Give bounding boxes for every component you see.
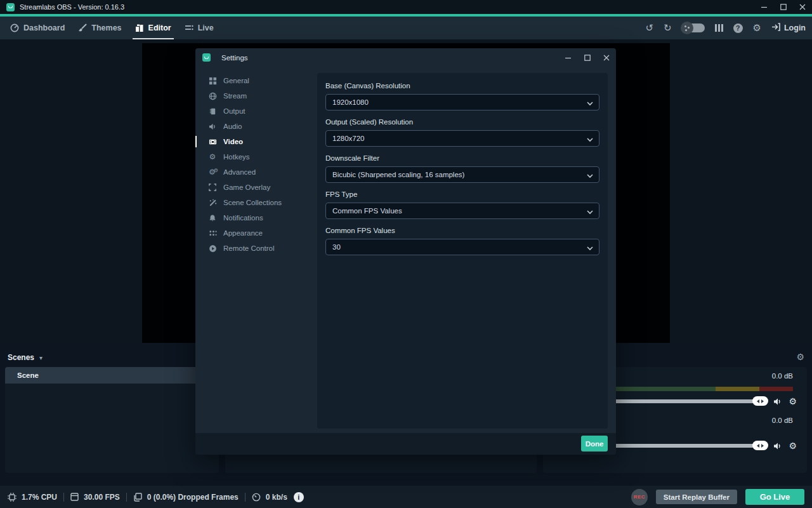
record-button[interactable]: REC <box>631 489 648 505</box>
window-close-icon[interactable] <box>793 0 812 14</box>
base-resolution-select[interactable]: 1920x1080 <box>325 94 599 110</box>
dialog-minimize-icon[interactable] <box>559 48 578 67</box>
cpu-chip-icon <box>8 493 16 502</box>
toggle-knob-icon <box>681 22 693 34</box>
redo-icon[interactable]: ↻ <box>664 22 672 34</box>
status-bar: 1.7% CPU 30.00 FPS 0 (0.0%) Dropped Fram… <box>0 486 812 508</box>
nav-live-label: Live <box>198 23 214 32</box>
bitrate-status: 0 kb/s <box>252 493 287 502</box>
login-button[interactable]: Login <box>771 23 806 33</box>
magic-wand-icon <box>208 199 217 207</box>
settings-gear-icon[interactable]: ⚙ <box>753 22 761 34</box>
fps-value: 30.00 FPS <box>84 493 120 502</box>
sidebar-item-notifications[interactable]: Notifications <box>195 210 317 225</box>
sidebar-item-appearance[interactable]: Appearance <box>195 225 317 241</box>
sidebar-item-game-overlay[interactable]: Game Overlay <box>195 180 317 195</box>
select-value: Bicubic (Sharpened scaling, 16 samples) <box>332 171 464 178</box>
chevron-down-icon[interactable]: ▾ <box>39 354 43 361</box>
dialog-maximize-icon[interactable] <box>578 48 597 67</box>
speaker-icon[interactable] <box>773 398 782 406</box>
sidebar-label: Remote Control <box>223 244 275 252</box>
chevron-down-icon <box>587 172 593 180</box>
field-label: FPS Type <box>325 190 599 198</box>
login-label: Login <box>784 23 806 32</box>
film-icon <box>208 138 217 146</box>
sidebar-item-remote-control[interactable]: Remote Control <box>195 241 317 256</box>
field-label: Common FPS Values <box>325 227 599 234</box>
play-circle-icon <box>208 244 217 253</box>
editor-icon <box>135 23 144 32</box>
nav-dashboard-label: Dashboard <box>23 23 65 32</box>
sidebar-item-stream[interactable]: Stream <box>195 88 317 104</box>
done-button[interactable]: Done <box>581 436 608 451</box>
streamlabs-logo-icon <box>202 53 211 62</box>
volume-slider-handle[interactable] <box>752 396 768 406</box>
globe-icon <box>208 92 217 100</box>
settings-dialog-titlebar: Settings <box>195 48 616 67</box>
dots-grid-icon <box>208 229 217 237</box>
fps-type-select[interactable]: Common FPS Values <box>325 203 599 219</box>
top-navbar: Dashboard Themes Editor Live ↺ ↻ ? ⚙ Log <box>0 17 812 39</box>
undo-icon[interactable]: ↺ <box>645 22 653 34</box>
fps-status: 30.00 FPS <box>70 493 120 502</box>
sidebar-label: Advanced <box>223 168 256 176</box>
cpu-value: 1.7% CPU <box>22 493 57 502</box>
live-icon <box>185 23 193 32</box>
scenes-title: Scenes <box>8 353 34 362</box>
channel-gear-icon[interactable]: ⚙ <box>789 441 797 451</box>
chevron-down-icon <box>587 136 593 144</box>
window-titlebar: Streamlabs OBS - Version: 0.16.3 <box>0 0 812 14</box>
settings-sidebar: General Stream Output Audio <box>195 67 317 256</box>
sidebar-item-output[interactable]: Output <box>195 104 317 119</box>
help-icon[interactable]: ? <box>733 23 743 33</box>
downscale-filter-select[interactable]: Bicubic (Sharpened scaling, 16 samples) <box>325 166 599 183</box>
mixer-settings-gear-icon[interactable]: ⚙ <box>796 352 804 362</box>
info-icon[interactable]: i <box>294 492 304 502</box>
window-maximize-icon[interactable] <box>774 0 793 14</box>
dropped-frames-value: 0 (0.0%) Dropped Frames <box>147 493 239 502</box>
settings-dialog-title: Settings <box>221 54 248 62</box>
window-title: Streamlabs OBS - Version: 0.16.3 <box>20 3 124 11</box>
select-value: 30 <box>332 243 341 251</box>
nav-dashboard[interactable]: Dashboard <box>6 17 69 39</box>
go-live-button[interactable]: Go Live <box>745 489 804 505</box>
scene-list-item[interactable]: Scene <box>5 367 219 384</box>
gear-icon: ⚙ <box>208 152 217 161</box>
output-resolution-select[interactable]: 1280x720 <box>325 130 599 147</box>
dialog-close-icon[interactable] <box>597 48 616 67</box>
night-mode-toggle[interactable] <box>682 23 705 32</box>
sidebar-item-advanced[interactable]: ⚙⚙ Advanced <box>195 164 317 180</box>
sidebar-label: Notifications <box>223 214 263 222</box>
common-fps-values-select[interactable]: 30 <box>325 239 599 255</box>
cpu-status: 1.7% CPU <box>8 493 57 502</box>
nav-themes-label: Themes <box>91 23 121 32</box>
scene-name: Scene <box>17 371 39 379</box>
speedometer-icon <box>252 493 261 502</box>
sidebar-label: Stream <box>223 92 247 100</box>
sidebar-label: Hotkeys <box>223 153 250 161</box>
volume-slider-handle[interactable] <box>752 441 768 450</box>
sidebar-label: Appearance <box>223 229 263 237</box>
layout-columns-icon[interactable] <box>715 23 723 32</box>
channel-gear-icon[interactable]: ⚙ <box>789 396 797 406</box>
fps-icon <box>70 493 79 501</box>
video-settings-form: Base (Canvas) Resolution 1920x1080 Outpu… <box>317 73 608 429</box>
nav-editor-label: Editor <box>148 23 171 32</box>
sidebar-item-general[interactable]: General <box>195 73 317 88</box>
login-arrow-icon <box>771 23 780 33</box>
nav-editor[interactable]: Editor <box>131 17 175 39</box>
window-minimize-icon[interactable] <box>755 0 774 14</box>
sidebar-label: General <box>223 77 249 84</box>
nav-themes[interactable]: Themes <box>74 17 125 39</box>
speaker-icon[interactable] <box>773 442 782 450</box>
chevron-down-icon <box>587 100 593 107</box>
sidebar-label: Scene Collections <box>223 199 282 206</box>
sidebar-item-scene-collections[interactable]: Scene Collections <box>195 195 317 210</box>
sidebar-item-video[interactable]: Video <box>195 134 317 149</box>
sidebar-item-hotkeys[interactable]: ⚙ Hotkeys <box>195 149 317 164</box>
start-replay-buffer-button[interactable]: Start Replay Buffer <box>656 490 737 504</box>
settings-dialog-footer <box>195 433 616 455</box>
chevron-down-icon <box>587 208 593 216</box>
sidebar-item-audio[interactable]: Audio <box>195 119 317 134</box>
nav-live[interactable]: Live <box>181 17 218 39</box>
